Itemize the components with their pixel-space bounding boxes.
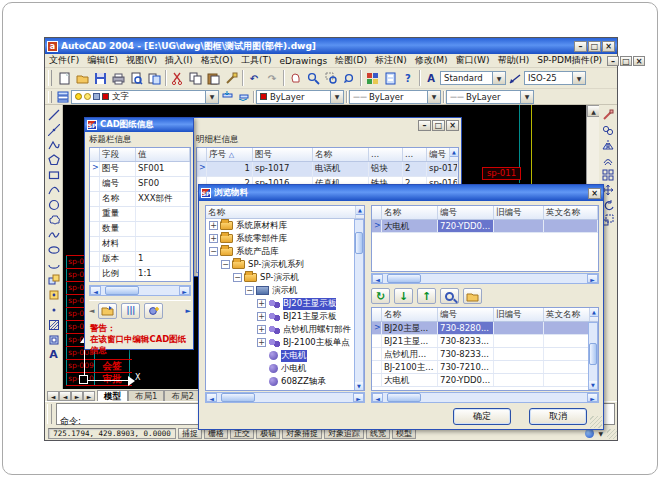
column-header-code[interactable]: 编号 (438, 206, 494, 219)
zoom-previous-button[interactable] (340, 70, 358, 87)
close-button[interactable]: × (446, 120, 459, 131)
chevron-down-icon[interactable]: ▼ (572, 72, 585, 84)
scroll-down-icon[interactable]: ▼ (589, 381, 597, 390)
chevron-down-icon[interactable]: ▼ (520, 91, 533, 103)
prev-tab-button[interactable]: ◄ (59, 391, 71, 401)
maximize-button[interactable]: □ (432, 120, 445, 131)
menu-file[interactable]: 文件(F) (45, 53, 83, 68)
table-row[interactable]: 材料 (90, 237, 190, 252)
tree-item[interactable]: 大电机 (206, 349, 364, 362)
polygon-tool[interactable] (46, 152, 62, 167)
scroll-up-icon[interactable]: ▲ (450, 148, 458, 157)
first-tab-button[interactable]: ◄ (47, 391, 59, 401)
tree-hscrollbar[interactable]: ◄ ► (205, 392, 365, 403)
table-row[interactable]: > 大电机 720-YDD0... (372, 220, 598, 233)
move-up-button[interactable]: ↑ (417, 288, 436, 304)
tree-item[interactable]: +BJ20主显示板 (206, 297, 364, 310)
spline-tool[interactable] (46, 227, 62, 242)
scrollbar-thumb[interactable] (105, 286, 139, 295)
tree-item[interactable]: −系统产品库 (206, 245, 364, 258)
redo-button[interactable]: ↷ (263, 70, 281, 87)
table-row[interactable]: 重量 (90, 207, 190, 222)
window-resize-grip[interactable] (607, 429, 617, 439)
toolbar-grip[interactable] (48, 70, 52, 86)
expand-icon[interactable]: + (257, 325, 266, 334)
scroll-right-icon[interactable]: ► (179, 286, 190, 295)
new-button[interactable] (55, 70, 73, 87)
collapse-icon[interactable]: − (221, 260, 230, 269)
menu-format[interactable]: 格式(O) (197, 53, 237, 68)
make-block-tool[interactable] (46, 287, 62, 302)
cad-info-hscrollbar[interactable]: ◄ ► (89, 285, 191, 296)
menu-modify[interactable]: 修改(M) (411, 53, 452, 68)
column-header-misc1[interactable]: ... (369, 148, 403, 161)
line-tool[interactable] (46, 107, 62, 122)
tree-item[interactable]: 小电机 (206, 362, 364, 375)
search-button[interactable] (440, 288, 459, 304)
text-style-combo[interactable]: Standard ▼ (440, 71, 506, 85)
table-row[interactable]: BJ-2100主... 730-7210... (372, 361, 598, 374)
color-combo[interactable]: ByLayer ▼ (256, 90, 344, 104)
column-header-engname[interactable]: 英文名称 (544, 206, 598, 219)
mdi-close-button[interactable]: × (633, 56, 645, 66)
tree-item[interactable]: +BJ21主显示板 (206, 310, 364, 323)
help-button[interactable]: ? (399, 70, 417, 87)
scroll-right-icon[interactable]: ► (587, 393, 598, 402)
scroll-down-icon[interactable]: ▼ (355, 382, 363, 391)
tree-item[interactable]: +点钞机用螺钉部件 (206, 323, 364, 336)
expand-icon[interactable]: + (209, 221, 218, 230)
ellipse-arc-tool[interactable] (46, 257, 62, 272)
column-header-name[interactable]: 名称 (382, 308, 438, 321)
designcenter-button[interactable] (363, 70, 381, 87)
mirror-tool[interactable] (600, 137, 616, 152)
lineweight-combo[interactable]: —— ByLayer ▼ (446, 90, 534, 104)
column-header-engname[interactable]: 英文名称 (544, 308, 590, 321)
collapse-icon[interactable]: − (245, 286, 254, 295)
layer-combo[interactable]: 文字 ▼ (71, 90, 219, 104)
cad-info-dialog-titlebar[interactable]: SP CAD图纸信息 (85, 118, 193, 132)
menu-window[interactable]: 窗口(W) (452, 53, 494, 68)
tree-item[interactable]: +系统原材料库 (206, 219, 364, 232)
scroll-left-icon[interactable]: ◄ (372, 393, 383, 402)
polyline-tool[interactable] (46, 137, 62, 152)
copy-button[interactable] (186, 70, 204, 87)
column-header-name[interactable]: 名称 (313, 148, 369, 161)
linetype-combo[interactable]: —— ByLayer ▼ (349, 90, 441, 104)
table-row[interactable]: 编号SF00 (90, 177, 190, 192)
table-row[interactable]: 版本1 (90, 252, 190, 267)
tree-header[interactable]: 名称 (206, 206, 356, 218)
expand-icon[interactable]: + (257, 338, 266, 347)
mtext-tool[interactable]: A (46, 347, 62, 362)
column-header-misc2[interactable]: ... (403, 148, 427, 161)
open-button[interactable] (73, 70, 91, 87)
chevron-down-icon[interactable]: ▼ (427, 91, 440, 103)
refresh-button[interactable]: ↻ (371, 288, 390, 304)
tree-item[interactable]: +BJ-2100主板单点 (206, 336, 364, 349)
columns-button[interactable]: ||| (121, 303, 140, 319)
scroll-right-icon[interactable]: ► (353, 393, 364, 402)
menu-view[interactable]: 视图(V) (122, 53, 161, 68)
arc-tool[interactable] (46, 182, 62, 197)
last-tab-button[interactable]: ► (83, 391, 95, 401)
top-table-hscrollbar[interactable]: ◄ ► (371, 273, 599, 284)
menu-help[interactable]: 帮助(H) (494, 53, 534, 68)
make-layer-current-button[interactable] (219, 90, 235, 104)
column-header-oldcode[interactable]: 旧编号 (494, 308, 544, 321)
tab-model[interactable]: 模型 (97, 390, 128, 401)
zoom-window-button[interactable] (322, 70, 340, 87)
column-header-code[interactable]: 编号 (427, 148, 450, 161)
move-down-button[interactable]: ↓ (394, 288, 413, 304)
tree-item[interactable]: −演示机 (206, 284, 364, 297)
zoom-realtime-button[interactable] (304, 70, 322, 87)
save-button[interactable] (91, 70, 109, 87)
offset-tool[interactable] (600, 152, 616, 167)
chevron-down-icon[interactable]: ▼ (330, 91, 343, 103)
hatch-tool[interactable] (46, 317, 62, 332)
pan-button[interactable] (286, 70, 304, 87)
menu-edit[interactable]: 编辑(E) (83, 53, 122, 68)
expand-icon[interactable]: + (257, 299, 266, 308)
collapse-icon[interactable]: − (209, 247, 218, 256)
publish-button[interactable] (145, 70, 163, 87)
minimize-button[interactable]: – (418, 120, 431, 131)
dimstyle-combo[interactable]: ISO-25 ▼ (524, 71, 586, 85)
